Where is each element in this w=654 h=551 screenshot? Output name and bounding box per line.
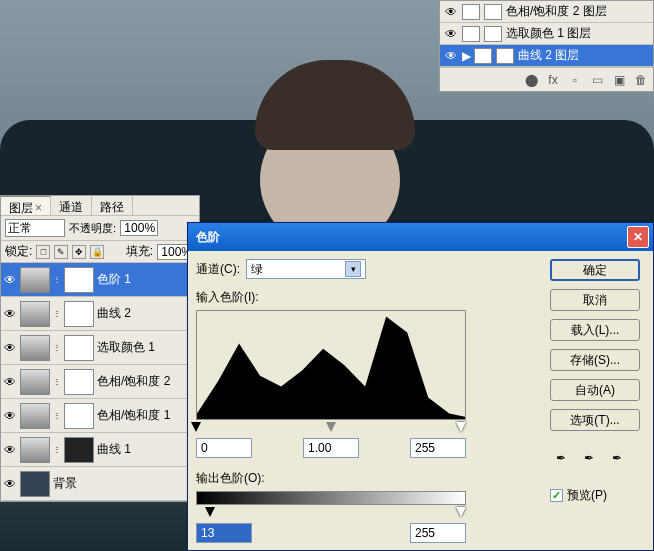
save-button[interactable]: 存储(S)...: [550, 349, 640, 371]
levels-dialog: 色阶 ✕ 通道(C): 绿 ▾ 输入色阶(I):: [187, 222, 654, 551]
dialog-titlebar[interactable]: 色阶 ✕: [188, 223, 653, 251]
visibility-icon[interactable]: 👁: [444, 27, 458, 41]
top-layer-row[interactable]: 👁 选取颜色 1 图层: [440, 23, 653, 45]
close-button[interactable]: ✕: [627, 226, 649, 248]
ok-button[interactable]: 确定: [550, 259, 640, 281]
layer-row[interactable]: 👁 ⋮ 曲线 1: [1, 433, 199, 467]
layer-label: 色相/饱和度 2 图层: [506, 3, 607, 20]
layer-row[interactable]: 👁 背景: [1, 467, 199, 501]
blend-controls: 正常 不透明度: 100%: [1, 216, 199, 241]
fill-label: 填充:: [126, 243, 153, 260]
output-black-field[interactable]: [196, 523, 252, 543]
trash-icon[interactable]: 🗑: [633, 72, 649, 88]
link-icon[interactable]: ⋮: [53, 275, 61, 284]
mask-thumb: [64, 403, 94, 429]
layer-thumb: [474, 48, 492, 64]
input-levels-label: 输入色阶(I):: [196, 289, 542, 306]
lock-all-icon[interactable]: 🔒: [90, 245, 104, 259]
lock-position-icon[interactable]: ✥: [72, 245, 86, 259]
layer-row[interactable]: 👁 ⋮ 色阶 1: [1, 263, 199, 297]
link-icon[interactable]: ⬤: [523, 72, 539, 88]
preview-checkbox[interactable]: ✓: [550, 489, 563, 502]
black-point-handle[interactable]: [191, 422, 201, 432]
link-icon[interactable]: ⋮: [53, 343, 61, 352]
layer-row[interactable]: 👁 ⋮ 选取颜色 1: [1, 331, 199, 365]
lock-pixels-icon[interactable]: ✎: [54, 245, 68, 259]
layer-name: 曲线 2: [97, 305, 197, 322]
adjustment-thumb: [20, 369, 50, 395]
adjustment-thumb: [20, 403, 50, 429]
visibility-icon[interactable]: 👁: [3, 477, 17, 491]
folder-icon[interactable]: ▭: [589, 72, 605, 88]
visibility-icon[interactable]: 👁: [3, 443, 17, 457]
input-slider[interactable]: [196, 422, 466, 434]
auto-button[interactable]: 自动(A): [550, 379, 640, 401]
load-button[interactable]: 载入(L)...: [550, 319, 640, 341]
layer-row[interactable]: 👁 ⋮ 色相/饱和度 2: [1, 365, 199, 399]
panel-tabs: 图层× 通道 路径: [1, 196, 199, 216]
tab-paths[interactable]: 路径: [92, 196, 133, 215]
preview-label: 预览(P): [567, 487, 607, 504]
white-point-handle[interactable]: [456, 422, 466, 432]
blend-mode-select[interactable]: 正常: [5, 219, 65, 237]
top-layer-row[interactable]: 👁 ▶ 曲线 2 图层: [440, 45, 653, 67]
layer-label: 选取颜色 1 图层: [506, 25, 591, 42]
input-gamma-field[interactable]: [303, 438, 359, 458]
link-icon[interactable]: ⋮: [53, 309, 61, 318]
chevron-down-icon[interactable]: ▾: [345, 261, 361, 277]
layer-row[interactable]: 👁 ⋮ 曲线 2: [1, 297, 199, 331]
channel-select[interactable]: 绿 ▾: [246, 259, 366, 279]
visibility-icon[interactable]: 👁: [3, 307, 17, 321]
white-eyedropper-icon[interactable]: ✒: [606, 447, 628, 469]
fx-icon[interactable]: fx: [545, 72, 561, 88]
top-panel-footer: ⬤ fx ▫ ▭ ▣ 🗑: [440, 67, 653, 91]
lock-transparent-icon[interactable]: □: [36, 245, 50, 259]
layer-label: 曲线 2 图层: [518, 47, 579, 64]
visibility-icon[interactable]: 👁: [3, 273, 17, 287]
tab-channels[interactable]: 通道: [51, 196, 92, 215]
arrow-icon: ▶: [462, 49, 470, 63]
options-button[interactable]: 选项(T)...: [550, 409, 640, 431]
mask-thumb: [64, 369, 94, 395]
top-layer-row[interactable]: 👁 色相/饱和度 2 图层: [440, 1, 653, 23]
visibility-icon[interactable]: 👁: [3, 409, 17, 423]
visibility-icon[interactable]: 👁: [3, 375, 17, 389]
close-tab-icon[interactable]: ×: [35, 201, 42, 215]
link-icon[interactable]: ⋮: [53, 411, 61, 420]
visibility-icon[interactable]: 👁: [444, 5, 458, 19]
new-icon[interactable]: ▣: [611, 72, 627, 88]
layer-name: 色相/饱和度 2: [97, 373, 197, 390]
input-white-field[interactable]: [410, 438, 466, 458]
black-eyedropper-icon[interactable]: ✒: [550, 447, 572, 469]
cancel-button[interactable]: 取消: [550, 289, 640, 311]
adjustment-thumb: [20, 437, 50, 463]
histogram: [196, 310, 466, 420]
output-gradient: [196, 491, 466, 505]
midpoint-handle[interactable]: [326, 422, 336, 432]
visibility-icon[interactable]: 👁: [444, 49, 458, 63]
layer-mask: [484, 4, 502, 20]
opacity-label: 不透明度:: [69, 221, 116, 236]
tab-layers[interactable]: 图层×: [1, 196, 51, 215]
output-slider[interactable]: [196, 507, 466, 519]
layers-panel: 图层× 通道 路径 正常 不透明度: 100% 锁定: □ ✎ ✥ 🔒 填充: …: [0, 195, 200, 502]
visibility-icon[interactable]: 👁: [3, 341, 17, 355]
layer-mask: [484, 26, 502, 42]
image-thumb: [20, 471, 50, 497]
adjustment-thumb: [20, 267, 50, 293]
output-white-field[interactable]: [410, 523, 466, 543]
output-white-handle[interactable]: [456, 507, 466, 517]
output-black-handle[interactable]: [205, 507, 215, 517]
link-icon[interactable]: ⋮: [53, 377, 61, 386]
layer-row[interactable]: 👁 ⋮ 色相/饱和度 1: [1, 399, 199, 433]
layer-name: 背景: [53, 475, 197, 492]
mask-icon[interactable]: ▫: [567, 72, 583, 88]
link-icon[interactable]: ⋮: [53, 445, 61, 454]
output-levels-label: 输出色阶(O):: [196, 470, 542, 487]
adjustment-thumb: [20, 335, 50, 361]
gray-eyedropper-icon[interactable]: ✒: [578, 447, 600, 469]
input-black-field[interactable]: [196, 438, 252, 458]
opacity-input[interactable]: 100%: [120, 220, 158, 236]
lock-label: 锁定:: [5, 243, 32, 260]
top-layers-panel: 👁 色相/饱和度 2 图层 👁 选取颜色 1 图层 👁 ▶ 曲线 2 图层 ⬤ …: [439, 0, 654, 92]
